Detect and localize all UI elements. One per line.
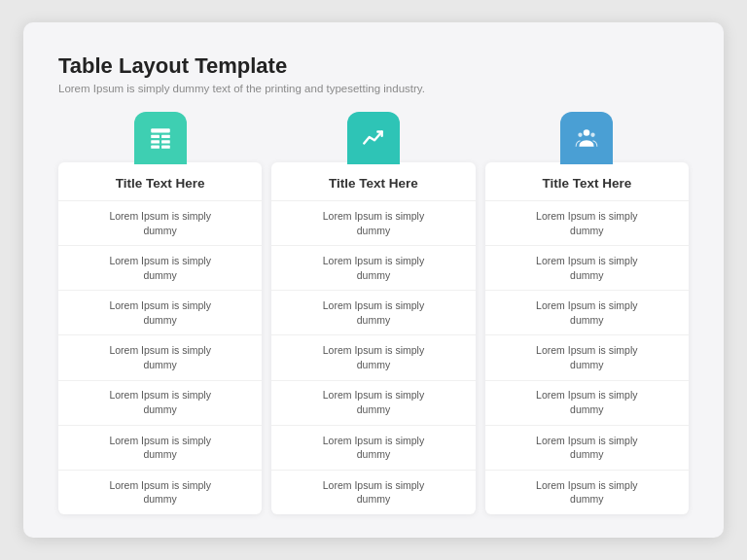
col2-icon-badge <box>347 112 400 164</box>
column-2: Title Text Here Lorem Ipsum is simplydum… <box>271 112 475 514</box>
col3-title: Title Text Here <box>485 162 689 201</box>
svg-point-8 <box>579 133 583 137</box>
col1-card: Title Text Here Lorem Ipsum is simplydum… <box>58 162 262 514</box>
svg-rect-1 <box>151 135 160 138</box>
column-3: Title Text Here Lorem Ipsum is simplydum… <box>485 112 689 514</box>
svg-rect-5 <box>151 146 160 149</box>
col3-icon-badge <box>560 112 613 164</box>
svg-rect-3 <box>151 140 160 143</box>
col1-icon-badge <box>134 112 187 164</box>
col1-rows: Lorem Ipsum is simplydummy Lorem Ipsum i… <box>58 201 262 514</box>
col1-title: Title Text Here <box>58 162 262 201</box>
col3-row-5: Lorem Ipsum is simplydummy <box>485 381 689 426</box>
svg-rect-4 <box>161 140 170 143</box>
table-icon <box>148 125 173 151</box>
col3-row-3: Lorem Ipsum is simplydummy <box>485 291 689 335</box>
col1-row-4: Lorem Ipsum is simplydummy <box>58 335 262 380</box>
svg-rect-0 <box>151 128 170 132</box>
people-icon <box>574 125 599 151</box>
svg-rect-6 <box>161 146 170 149</box>
slide: Table Layout Template Lorem Ipsum is sim… <box>23 22 724 538</box>
col1-row-3: Lorem Ipsum is simplydummy <box>58 291 262 335</box>
col1-row-7: Lorem Ipsum is simplydummy <box>58 471 262 514</box>
table-area: Title Text Here Lorem Ipsum is simplydum… <box>58 112 689 514</box>
col1-row-6: Lorem Ipsum is simplydummy <box>58 426 262 471</box>
chart-icon <box>361 125 386 151</box>
col3-row-7: Lorem Ipsum is simplydummy <box>485 471 689 514</box>
col2-row-2: Lorem Ipsum is simplydummy <box>271 246 475 291</box>
col2-row-4: Lorem Ipsum is simplydummy <box>271 335 475 380</box>
svg-point-7 <box>584 129 590 136</box>
col3-row-6: Lorem Ipsum is simplydummy <box>485 426 689 471</box>
col2-card: Title Text Here Lorem Ipsum is simplydum… <box>271 162 475 514</box>
page-subtitle: Lorem Ipsum is simply dummy text of the … <box>58 83 689 94</box>
col2-row-3: Lorem Ipsum is simplydummy <box>271 291 475 335</box>
svg-rect-2 <box>161 135 170 138</box>
page-title: Table Layout Template <box>58 53 689 79</box>
col3-row-1: Lorem Ipsum is simplydummy <box>485 201 689 246</box>
col2-row-1: Lorem Ipsum is simplydummy <box>271 201 475 246</box>
col2-row-7: Lorem Ipsum is simplydummy <box>271 471 475 514</box>
col2-rows: Lorem Ipsum is simplydummy Lorem Ipsum i… <box>271 201 475 514</box>
col3-row-2: Lorem Ipsum is simplydummy <box>485 246 689 291</box>
svg-point-9 <box>591 133 595 137</box>
col2-row-6: Lorem Ipsum is simplydummy <box>271 426 475 471</box>
column-1: Title Text Here Lorem Ipsum is simplydum… <box>58 112 262 514</box>
col1-row-5: Lorem Ipsum is simplydummy <box>58 381 262 426</box>
col2-row-5: Lorem Ipsum is simplydummy <box>271 381 475 426</box>
col1-row-1: Lorem Ipsum is simplydummy <box>58 201 262 246</box>
col3-rows: Lorem Ipsum is simplydummy Lorem Ipsum i… <box>485 201 689 514</box>
col3-row-4: Lorem Ipsum is simplydummy <box>485 335 689 380</box>
col2-title: Title Text Here <box>271 162 475 201</box>
col1-row-2: Lorem Ipsum is simplydummy <box>58 246 262 291</box>
col3-card: Title Text Here Lorem Ipsum is simplydum… <box>485 162 689 514</box>
